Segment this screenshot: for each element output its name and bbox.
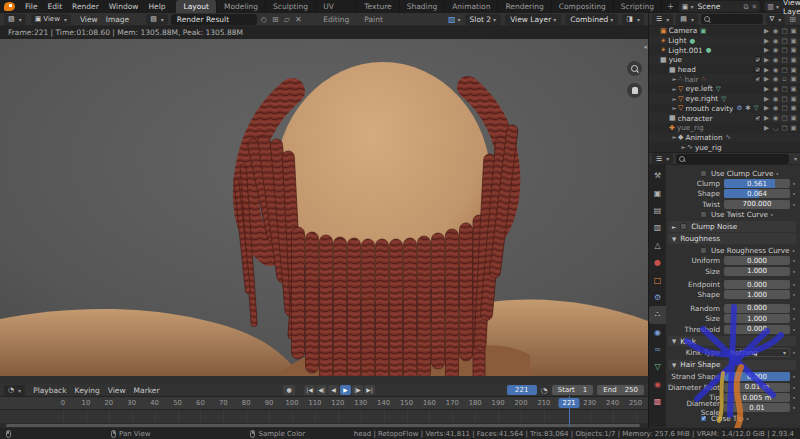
sidebar-toggle-icon[interactable]: ◂ — [643, 43, 647, 51]
monitor-toggle-icon[interactable]: □ — [780, 46, 789, 54]
expand-icon[interactable]: ► — [671, 76, 678, 82]
unlink-image-icon[interactable]: ✕ — [294, 15, 303, 24]
workspace-tab-layout[interactable]: Layout — [176, 0, 217, 13]
auto-key-button[interactable]: ● — [283, 385, 295, 395]
mode-dropdown[interactable]: ▣View — [31, 14, 71, 25]
image-name-field[interactable]: Render Result — [171, 14, 257, 25]
expand-icon[interactable]: ► — [671, 105, 678, 111]
monitor-toggle-icon[interactable]: □ — [780, 27, 789, 35]
eye-closed-toggle-icon[interactable]: ◡ — [771, 124, 780, 132]
outliner-row[interactable]: ►◆Animation∿ — [649, 133, 800, 143]
timeline-editor-icon[interactable]: ◔ — [4, 385, 25, 396]
panel-header-kink[interactable]: ▼Kink — [668, 336, 796, 346]
outliner-display-mode-icon[interactable]: ▤ — [676, 14, 698, 25]
jump-start-button[interactable]: |◀ — [304, 385, 315, 395]
animate-dot-icon[interactable]: • — [790, 201, 798, 208]
animate-dot-icon[interactable]: • — [790, 305, 798, 312]
clump-field[interactable]: 0.561 — [724, 179, 790, 188]
properties-tab-material[interactable]: ◉ — [649, 376, 666, 393]
eye-toggle-icon[interactable]: ◉ — [771, 104, 780, 112]
monitor-toggle-icon[interactable]: □ — [780, 114, 789, 122]
outliner-search[interactable] — [701, 14, 763, 24]
workspace-tab-modeling[interactable]: Modeling — [217, 0, 266, 13]
select-toggle-icon[interactable]: ▶ — [762, 104, 771, 112]
expand-icon[interactable]: ► — [671, 134, 678, 140]
outliner-row[interactable]: ►▽mouth cavity⚙✱▽▶◉□▣ — [649, 104, 800, 114]
camera-toggle-icon[interactable]: ▣ — [789, 95, 798, 103]
animate-dot-icon[interactable]: • — [790, 384, 798, 391]
view-layer-selector[interactable]: ▥ View Layer ⧉ ✕ — [764, 1, 800, 12]
current-frame-field[interactable]: 221 — [507, 385, 537, 395]
properties-tab-constraints[interactable]: ≈ — [649, 341, 666, 358]
outliner-row[interactable]: ☀Light.001●▶◉□▣ — [649, 45, 800, 55]
select-toggle-icon[interactable]: ▶ — [762, 114, 771, 122]
collection-checkbox[interactable] — [754, 115, 761, 122]
properties-tab-texture[interactable]: ▩ — [649, 393, 666, 410]
menu-file[interactable]: File — [20, 0, 43, 13]
animate-dot-icon[interactable]: • — [790, 281, 798, 288]
expand-icon[interactable]: ► — [671, 86, 678, 92]
panel-expand-icon[interactable]: ► — [672, 224, 676, 230]
monitor-toggle-icon[interactable]: □ — [780, 124, 789, 132]
expand-icon[interactable]: ► — [671, 96, 678, 102]
outliner-row[interactable]: ►∿yue_rig — [649, 142, 800, 152]
diameter-root-field[interactable]: 0.01 m — [724, 383, 790, 392]
select-toggle-icon[interactable]: ▶ — [762, 85, 771, 93]
select-toggle-icon[interactable]: ▶ — [762, 75, 771, 83]
eye-toggle-icon[interactable]: ◉ — [771, 37, 780, 45]
zoom-gizmo[interactable] — [627, 61, 642, 76]
new-image-icon[interactable]: ⊞ — [271, 15, 280, 24]
animate-dot-icon[interactable]: • — [790, 404, 798, 411]
eye-toggle-icon[interactable]: ◉ — [771, 85, 780, 93]
eye-toggle-icon[interactable]: ◉ — [771, 66, 780, 74]
image-menu-view[interactable]: View — [76, 13, 102, 26]
menu-render[interactable]: Render — [67, 0, 104, 13]
add-workspace-button[interactable]: + — [662, 0, 679, 13]
kink-type-dropdown[interactable]: Nothing — [724, 348, 790, 357]
menu-window[interactable]: Window — [104, 0, 144, 13]
eye-toggle-icon[interactable]: ◉ — [771, 75, 780, 83]
camera-toggle-icon[interactable]: ▣ — [789, 46, 798, 54]
outliner-row[interactable]: ▦head▶◉□▣ — [649, 65, 800, 75]
shape-field[interactable]: 0.064 — [724, 189, 790, 198]
use-clump-curve-checkbox[interactable] — [700, 170, 707, 177]
monitor-toggle-icon[interactable]: □ — [780, 56, 789, 64]
size-field[interactable]: 1.000 — [724, 314, 790, 323]
properties-tab-view-layer[interactable]: ▥ — [649, 219, 666, 236]
animate-dot-icon[interactable]: • — [744, 415, 752, 422]
timeline-menu-marker[interactable]: Marker — [130, 384, 164, 397]
image-pin-icon[interactable]: ▨ — [448, 15, 461, 24]
expand-icon[interactable]: ► — [680, 144, 687, 150]
properties-search[interactable] — [676, 154, 789, 164]
view-layer-name[interactable]: View Layer — [782, 0, 800, 16]
outliner-row[interactable]: ▣Camera▣▶◉□▣ — [649, 26, 800, 36]
animate-dot-icon[interactable]: • — [790, 315, 798, 322]
properties-tab-tool[interactable]: ⚒ — [649, 167, 666, 184]
clock-icon[interactable]: ◔ — [541, 386, 548, 395]
properties-tab-modifiers[interactable]: ⚙ — [649, 289, 666, 306]
unlink-scene-icon[interactable]: ✕ — [751, 3, 757, 11]
tip-field[interactable]: 0.005 m — [724, 393, 790, 402]
properties-tab-scene[interactable]: △ — [649, 237, 666, 254]
prev-keyframe-button[interactable]: ◀| — [316, 385, 327, 395]
panel-expand-icon[interactable]: ▼ — [672, 338, 676, 344]
fake-user-shield-icon[interactable]: ◇ — [260, 15, 268, 24]
threshold-field[interactable]: 0.000 — [724, 325, 790, 334]
outliner-row[interactable]: ►▽eye.right▽▶◉□▣ — [649, 94, 800, 104]
outliner-row[interactable]: ▦character▶◉□▣ — [649, 113, 800, 123]
animate-dot-icon[interactable]: • — [790, 373, 798, 380]
panel-header-roughness[interactable]: ▼Roughness — [668, 233, 796, 243]
collection-checkbox[interactable] — [754, 76, 761, 83]
panel-checkbox[interactable] — [680, 223, 687, 230]
properties-editor-icon[interactable]: ☰ — [652, 153, 673, 164]
timeline-menu-playback[interactable]: Playback — [29, 384, 70, 397]
properties-tab-output[interactable]: ▤ — [649, 202, 666, 219]
collection-checkbox[interactable] — [754, 56, 761, 63]
select-toggle-icon[interactable]: ▶ — [762, 124, 771, 132]
animate-dot-icon[interactable]: • — [790, 291, 798, 298]
workspace-tab-scripting[interactable]: Scripting — [614, 0, 662, 13]
properties-tab-object[interactable]: □ — [649, 271, 666, 288]
properties-tab-render[interactable]: ▣ — [649, 184, 666, 201]
properties-tab-particles[interactable]: ∴ — [649, 306, 666, 323]
twist-field[interactable]: 700.000 — [724, 200, 790, 209]
